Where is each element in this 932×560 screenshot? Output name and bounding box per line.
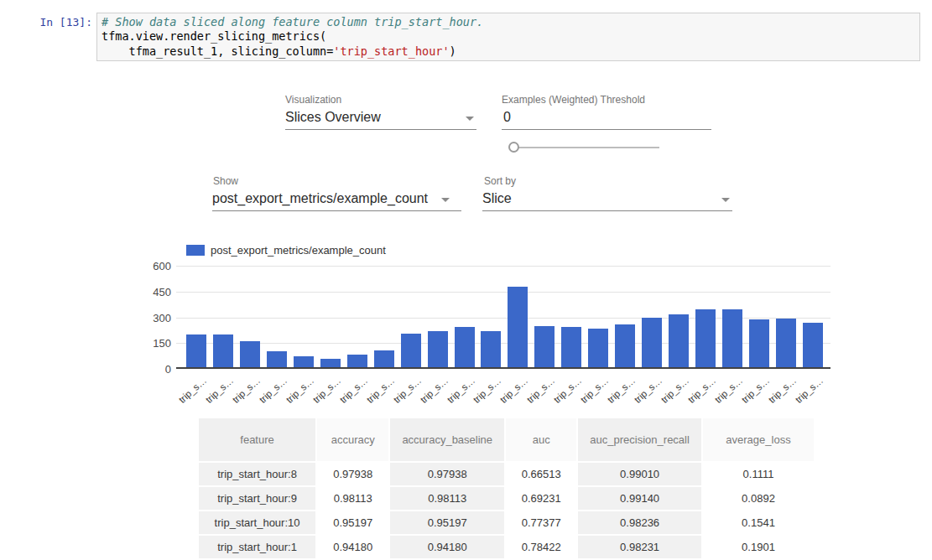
- x-axis-label: trip_s…: [284, 374, 317, 405]
- sort-by-select[interactable]: Slice: [482, 189, 732, 211]
- chart-bar[interactable]: [401, 334, 421, 367]
- x-axis-label: trip_s…: [686, 374, 719, 405]
- code-string: 'trip_start_hour': [333, 44, 449, 58]
- column-header: accuracy_baseline: [390, 418, 504, 461]
- chevron-down-icon: [466, 117, 474, 121]
- chart-bar[interactable]: [294, 356, 314, 367]
- y-axis-label: 600: [144, 260, 171, 272]
- chart-bar[interactable]: [428, 331, 448, 367]
- threshold-input[interactable]: 0: [502, 107, 711, 130]
- chart-bar[interactable]: [803, 323, 823, 367]
- slider-handle[interactable]: [508, 142, 519, 153]
- table-row: trip_start_hour:80.979380.979380.665130.…: [199, 463, 814, 485]
- metric-cell: 0.98113: [317, 487, 388, 510]
- table-row: trip_start_hour:90.981130.981130.692310.…: [199, 487, 814, 510]
- chevron-down-icon: [721, 198, 730, 202]
- threshold-value: 0: [502, 107, 711, 125]
- metric-cell: 0.78422: [506, 536, 576, 558]
- slider-track[interactable]: [518, 147, 659, 148]
- feature-cell: trip_start_hour:9: [199, 487, 315, 510]
- x-axis-label: trip_s…: [337, 374, 370, 405]
- chart-bar[interactable]: [374, 350, 394, 368]
- metric-cell: 0.77377: [506, 511, 576, 534]
- x-axis-label: trip_s…: [204, 374, 237, 405]
- cell-input-prompt: In [13]:: [25, 16, 92, 29]
- chart-bar[interactable]: [213, 334, 233, 367]
- chart-bar[interactable]: [240, 341, 260, 367]
- chart-bar[interactable]: [186, 334, 206, 367]
- x-axis-label: trip_s…: [525, 374, 558, 405]
- x-axis-label: trip_s…: [445, 374, 477, 405]
- chart-bar[interactable]: [749, 319, 769, 367]
- column-header: accuracy: [317, 418, 388, 461]
- x-axis-label: trip_s…: [177, 374, 210, 405]
- y-axis-label: 150: [144, 337, 171, 350]
- table-header-row: featureaccuracyaccuracy_baselineaucauc_p…: [199, 418, 814, 461]
- chart-bar[interactable]: [588, 329, 608, 367]
- metric-cell: 0.97938: [390, 463, 504, 485]
- code-line: ): [450, 44, 456, 58]
- x-axis-label: trip_s…: [498, 374, 531, 405]
- metric-cell: 0.1901: [703, 536, 814, 558]
- x-axis-label: trip_s…: [740, 374, 773, 405]
- chart-bar[interactable]: [267, 351, 287, 367]
- chart-bar[interactable]: [320, 359, 341, 367]
- feature-cell: trip_start_hour:1: [199, 536, 315, 558]
- y-axis-label: 450: [144, 286, 171, 298]
- table-row: trip_start_hour:10.941800.941800.784220.…: [199, 536, 814, 558]
- code-editor[interactable]: # Show data sliced along feature column …: [96, 13, 920, 61]
- chart-bar[interactable]: [776, 319, 796, 367]
- chart-bar[interactable]: [695, 309, 716, 367]
- chart-bar[interactable]: [615, 324, 635, 367]
- metric-cell: 0.0892: [703, 487, 814, 510]
- metric-cell: 0.1111: [703, 463, 814, 485]
- chart-bar[interactable]: [722, 309, 742, 367]
- visualization-select[interactable]: Slices Overview: [285, 107, 476, 130]
- metric-cell: 0.1541: [703, 511, 814, 534]
- metric-cell: 0.98231: [578, 536, 701, 558]
- metric-cell: 0.69231: [506, 487, 576, 510]
- chart-bar[interactable]: [455, 327, 475, 367]
- show-label: Show: [213, 175, 238, 187]
- y-axis-label: 0: [144, 363, 171, 376]
- metric-cell: 0.98113: [390, 487, 504, 510]
- feature-cell: trip_start_hour:10: [199, 511, 315, 534]
- table-row: trip_start_hour:100.951970.951970.773770…: [199, 511, 814, 534]
- gridline: [176, 266, 830, 267]
- x-axis-label: trip_s…: [364, 374, 397, 405]
- y-axis-label: 300: [144, 312, 171, 324]
- show-select[interactable]: post_export_metrics/example_count: [212, 189, 461, 211]
- visualization-label: Visualization: [285, 94, 341, 106]
- chart-bar[interactable]: [561, 327, 581, 367]
- metric-cell: 0.98236: [578, 511, 701, 534]
- chart-bar[interactable]: [347, 355, 367, 367]
- threshold-slider[interactable]: [508, 140, 667, 155]
- metric-cell: 0.99010: [578, 463, 701, 485]
- chart-bar[interactable]: [508, 287, 528, 367]
- sort-by-label: Sort by: [484, 175, 516, 187]
- notebook-output-page: In [13]: # Show data sliced along featur…: [0, 0, 932, 560]
- x-axis-label: trip_s…: [471, 374, 504, 405]
- chart-bar[interactable]: [642, 318, 662, 367]
- gridline: [176, 292, 830, 293]
- x-axis-label: trip_s…: [391, 374, 424, 405]
- bar-chart-plot-area: [176, 266, 830, 369]
- x-axis-label: trip_s…: [231, 374, 263, 405]
- metric-cell: 0.66513: [506, 463, 576, 485]
- x-axis-label: trip_s…: [659, 374, 692, 405]
- chart-bar[interactable]: [534, 326, 555, 367]
- code-comment: # Show data sliced along feature column …: [102, 15, 483, 29]
- column-header: feature: [199, 418, 315, 461]
- sort-by-value: Slice: [482, 189, 732, 206]
- x-axis-label: trip_s…: [579, 374, 612, 405]
- x-axis-label: trip_s…: [311, 374, 344, 405]
- x-axis-label: trip_s…: [552, 374, 585, 405]
- metric-cell: 0.97938: [317, 463, 388, 485]
- chart-bar[interactable]: [481, 331, 501, 367]
- visualization-value: Slices Overview: [285, 107, 476, 125]
- metric-cell: 0.94180: [390, 536, 504, 558]
- metrics-table: featureaccuracyaccuracy_baselineaucauc_p…: [197, 417, 815, 560]
- column-header: auc_precision_recall: [578, 418, 701, 461]
- x-axis-label: trip_s…: [794, 374, 826, 405]
- chart-bar[interactable]: [669, 314, 689, 367]
